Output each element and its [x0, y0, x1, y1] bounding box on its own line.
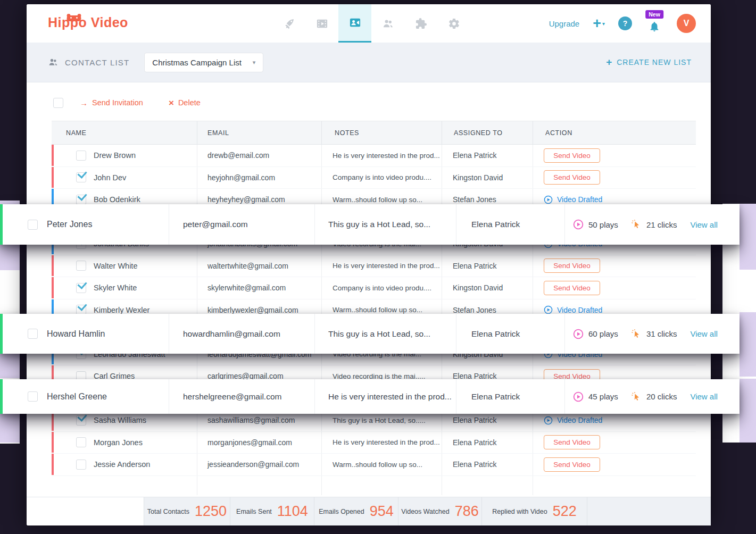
plus-icon: +: [593, 16, 601, 31]
row-checkbox[interactable]: [76, 283, 86, 293]
list-selector-dropdown[interactable]: Christmas Campaign List ▾: [144, 53, 263, 72]
video-drafted-link[interactable]: Video Drafted: [544, 416, 602, 425]
help-button[interactable]: ?: [618, 16, 632, 30]
app-window: Hippo Video: [27, 4, 711, 525]
contact-name: Jessie Anderson: [94, 460, 150, 469]
floating-contact-row: Hershel Greene hershelgreene@gmail.com H…: [0, 379, 740, 414]
send-video-button[interactable]: Send Video: [544, 281, 600, 295]
plays-stat: 50 plays: [573, 219, 618, 230]
contacts-icon: [48, 57, 59, 68]
send-video-button[interactable]: Send Video: [544, 435, 600, 449]
contact-email: skylerwhite@gmail.com: [197, 277, 322, 299]
contact-notes: He is very interested in the prod...: [322, 432, 442, 454]
delete-button[interactable]: × Delete: [169, 98, 201, 107]
contact-table-area: → Send Invitation × Delete NAME EMAIL NO…: [27, 82, 711, 497]
send-invitation-button[interactable]: → Send Invitation: [80, 98, 143, 107]
floating-contact-row: Howard Hamlin howardhamlin@gmail.com Thi…: [0, 314, 740, 354]
contact-notes: He is very interested in the prod...: [322, 145, 442, 166]
summary-stats-bar: Total Contacts 1250 Emails Sent 1104 Ema…: [27, 497, 711, 525]
row-checkbox[interactable]: [76, 151, 86, 161]
view-all-link[interactable]: View all: [690, 329, 717, 338]
video-drafted-link[interactable]: Video Drafted: [544, 195, 602, 204]
nav-rocket[interactable]: [272, 4, 305, 43]
stat-value: 522: [553, 503, 577, 520]
contact-email: hershelgreene@gmail.com: [169, 379, 315, 414]
view-all-link[interactable]: View all: [690, 392, 717, 401]
row-checkbox[interactable]: [28, 220, 38, 230]
contact-name: Peter Jones: [47, 220, 92, 229]
row-color-bar: [52, 454, 54, 475]
nav-videos[interactable]: [305, 4, 338, 43]
contact-notes: Company is into video produ....: [322, 167, 442, 189]
video-drafted-link[interactable]: Video Drafted: [544, 305, 602, 314]
upgrade-link[interactable]: Upgrade: [549, 19, 580, 28]
nav-contacts[interactable]: [338, 4, 371, 43]
backdrop-purple-panel: [0, 413, 20, 443]
row-checkbox[interactable]: [76, 172, 86, 182]
contact-email: morganjones@gmail.com: [197, 432, 322, 454]
backdrop-purple-panel: [740, 379, 756, 443]
chevron-down-icon: ▾: [253, 59, 256, 66]
select-all-checkbox[interactable]: [53, 98, 63, 108]
contact-email: drewb@email.com: [197, 145, 322, 166]
assigned-to: Elena Patrick: [442, 255, 533, 277]
stat-label: Total Contacts: [147, 508, 189, 515]
contact-name: Skyler White: [94, 283, 137, 292]
row-color-bar: [52, 145, 54, 166]
stat-label: Videos Watched: [401, 508, 449, 515]
send-video-button[interactable]: Send Video: [544, 170, 600, 185]
assigned-to: Elena Patrick: [456, 379, 565, 414]
nav-integrations[interactable]: [404, 4, 437, 43]
assigned-to: Elena Patrick: [442, 432, 533, 454]
selected-list-name: Christmas Campaign List: [152, 58, 242, 67]
clicks-stat: 31 clicks: [631, 329, 677, 339]
row-checkbox[interactable]: [28, 329, 38, 339]
send-video-button[interactable]: Send Video: [544, 258, 600, 273]
send-video-button[interactable]: Send Video: [544, 457, 600, 472]
row-checkbox[interactable]: [76, 415, 86, 425]
assigned-to: Elena Patrick: [442, 454, 533, 475]
stat-value: 786: [455, 503, 479, 520]
backdrop-purple-panel: [740, 312, 756, 377]
delete-label: Delete: [178, 98, 201, 107]
quick-create-button[interactable]: + ▾: [593, 16, 605, 31]
nav-users[interactable]: [371, 4, 404, 43]
nav-settings[interactable]: [437, 4, 470, 43]
table-row: Skyler White skylerwhite@gmail.com Compa…: [52, 277, 696, 299]
contacts-table: NAME EMAIL NOTES ASSIGNED TO ACTION Drew…: [52, 121, 696, 495]
view-all-link[interactable]: View all: [690, 220, 717, 229]
close-icon: ×: [169, 98, 174, 107]
send-invitation-label: Send Invitation: [92, 98, 143, 107]
contact-list-header: CONTACT LIST Christmas Campaign List ▾ +…: [27, 43, 711, 82]
contact-video-icon: [349, 16, 361, 29]
row-color-bar: [52, 167, 54, 188]
avatar[interactable]: V: [677, 14, 696, 33]
hippo-video-logo[interactable]: Hippo Video: [48, 15, 128, 30]
stat-videos-watched: Videos Watched 786: [398, 497, 482, 525]
row-checkbox[interactable]: [28, 391, 38, 402]
contact-notes: Warm..should follow up so...: [322, 454, 442, 475]
contact-notes: This guy is a Hot Lead, so...: [315, 314, 456, 354]
send-video-button[interactable]: Send Video: [544, 148, 600, 163]
row-checkbox[interactable]: [76, 195, 86, 205]
row-checkbox[interactable]: [76, 261, 86, 271]
backdrop-purple-panel: [740, 204, 756, 270]
contact-name: Morgan Jones: [94, 438, 143, 447]
row-checkbox[interactable]: [76, 460, 86, 470]
stat-total-contacts: Total Contacts 1250: [144, 497, 230, 525]
puzzle-icon: [415, 18, 427, 30]
stat-value: 954: [370, 503, 394, 520]
plus-icon: +: [606, 56, 612, 68]
chevron-down-icon: ▾: [602, 21, 605, 27]
contact-name: John Dev: [94, 173, 126, 182]
stat-label: Emails Opened: [319, 508, 364, 515]
create-new-list-button[interactable]: + CREATE NEW LIST: [606, 56, 692, 68]
row-checkbox[interactable]: [76, 437, 86, 447]
play-circle-icon: [544, 305, 553, 314]
bulk-actions-toolbar: → Send Invitation × Delete: [53, 94, 711, 112]
contact-email: waltertwhite@gmail.com: [197, 255, 322, 277]
new-badge: New: [645, 10, 663, 19]
assigned-to: Kingston David: [442, 167, 533, 189]
notifications-button[interactable]: New: [645, 16, 663, 38]
cursor-click-icon: [631, 329, 642, 339]
